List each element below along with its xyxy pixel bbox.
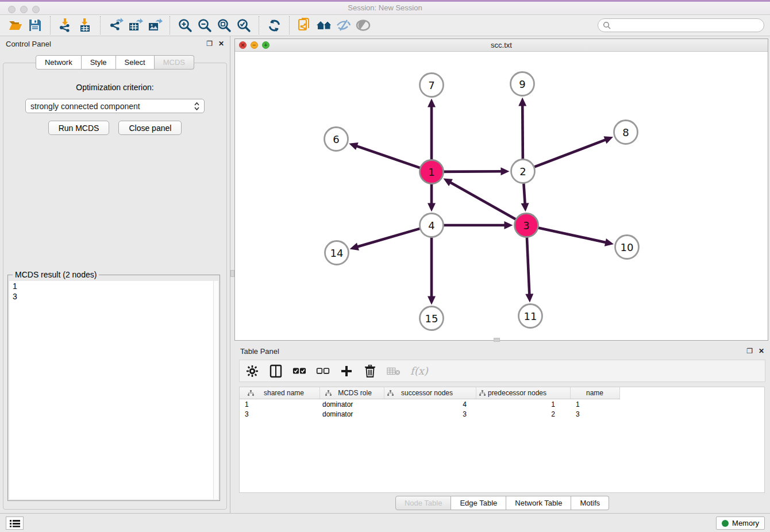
column-header-successor-nodes[interactable]: successor nodes: [384, 387, 476, 399]
graph-edge-2-8[interactable]: [532, 140, 606, 168]
network-maximize-button[interactable]: +: [262, 41, 270, 49]
maximize-window-button[interactable]: [32, 6, 40, 13]
horizontal-splitter-handle[interactable]: [494, 338, 500, 342]
tab-mcds[interactable]: MCDS: [155, 55, 194, 70]
result-scrollbar[interactable]: [213, 281, 218, 499]
graph-edge-4-14[interactable]: [357, 228, 422, 247]
vertical-splitter-handle[interactable]: [230, 270, 234, 277]
export-table-icon[interactable]: [125, 17, 145, 34]
cell-mcds-role[interactable]: dominator: [320, 410, 384, 418]
graph-edge-arrowhead: [500, 167, 509, 175]
cell-name[interactable]: 3: [571, 410, 620, 418]
float-table-panel-icon[interactable]: ❐: [746, 347, 753, 355]
zoom-fit-icon[interactable]: [214, 17, 234, 34]
hide-selected-icon[interactable]: [334, 17, 353, 34]
minimize-window-button[interactable]: [20, 6, 28, 13]
tab-select[interactable]: Select: [116, 55, 155, 70]
close-panel-icon[interactable]: ✕: [218, 40, 224, 48]
column-header-mcds-role[interactable]: MCDS role: [320, 387, 384, 399]
graph-edge-3-10[interactable]: [536, 228, 606, 243]
zoom-in-icon[interactable]: [175, 17, 195, 34]
close-window-button[interactable]: [8, 6, 16, 13]
float-panel-icon[interactable]: ❐: [206, 40, 213, 48]
cell-predecessor-nodes[interactable]: 2: [476, 410, 571, 418]
graph-node-label: 8: [622, 126, 629, 138]
import-network-icon[interactable]: [56, 17, 75, 34]
open-file-icon[interactable]: [6, 17, 25, 34]
show-all-icon[interactable]: [353, 17, 373, 34]
graph-edge-3-1[interactable]: [450, 182, 518, 220]
table-row[interactable]: 1 dominator 4 1 1: [240, 399, 764, 409]
zoom-selected-icon[interactable]: [234, 17, 253, 34]
control-panel: Control Panel ❐ ✕ Network Style Select M…: [0, 36, 230, 513]
memory-button[interactable]: Memory: [716, 516, 765, 530]
column-header-predecessor-nodes[interactable]: predecessor nodes: [476, 387, 571, 399]
table-panel-header: Table Panel ❐ ✕: [234, 344, 770, 358]
criterion-select[interactable]: strongly connected component: [25, 99, 205, 113]
select-all-icon[interactable]: [292, 364, 306, 378]
network-canvas[interactable]: 7968124314101511: [235, 52, 768, 341]
graph-edge-1-2[interactable]: [441, 171, 502, 172]
graph-edge-3-11[interactable]: [527, 235, 530, 295]
tab-network-table[interactable]: Network Table: [506, 496, 571, 510]
run-mcds-button[interactable]: Run MCDS: [48, 121, 110, 135]
tab-network[interactable]: Network: [36, 55, 82, 70]
criterion-value: strongly connected component: [30, 102, 194, 111]
search-input[interactable]: [614, 21, 759, 30]
export-network-icon[interactable]: [106, 17, 125, 34]
table-panel-title: Table Panel: [240, 347, 279, 356]
settings-icon[interactable]: [245, 364, 259, 378]
function-builder-icon: f(x): [410, 365, 428, 377]
graph-edge-2-9[interactable]: [522, 105, 523, 161]
save-session-icon[interactable]: [25, 17, 45, 34]
cell-shared-name[interactable]: 3: [240, 410, 320, 418]
tab-style[interactable]: Style: [82, 55, 116, 70]
network-minimize-button[interactable]: −: [251, 41, 258, 49]
tab-node-table[interactable]: Node Table: [395, 496, 452, 510]
refresh-icon[interactable]: [264, 17, 284, 34]
result-item[interactable]: 3: [9, 291, 218, 302]
tab-edge-table[interactable]: Edge Table: [451, 496, 506, 510]
cell-predecessor-nodes[interactable]: 1: [476, 400, 571, 408]
cell-name[interactable]: 1: [571, 400, 620, 408]
graph-edge-1-6[interactable]: [356, 146, 422, 168]
optimization-criterion-label: Optimization criterion:: [3, 83, 226, 92]
control-panel-tabs: Network Style Select MCDS: [0, 55, 230, 70]
mcds-panel: Optimization criterion: strongly connect…: [3, 63, 227, 510]
delete-column-icon[interactable]: [363, 364, 377, 378]
column-header-shared-name[interactable]: shared name: [240, 387, 320, 399]
task-history-button[interactable]: [6, 516, 24, 530]
import-table-icon[interactable]: [75, 17, 95, 34]
network-canvas-area[interactable]: 7968124314101511: [235, 52, 768, 340]
window-controls[interactable]: [8, 6, 40, 13]
zoom-out-icon[interactable]: [195, 17, 214, 34]
cell-mcds-role[interactable]: dominator: [320, 400, 384, 408]
table-tabs: Node Table Edge Table Network Table Moti…: [234, 496, 770, 510]
cell-successor-nodes[interactable]: 4: [384, 400, 476, 408]
result-item[interactable]: 1: [9, 281, 218, 291]
close-panel-button[interactable]: Close panel: [118, 121, 182, 135]
node-table[interactable]: shared name MCDS role successor nodes pr…: [239, 387, 765, 493]
cell-shared-name[interactable]: 1: [240, 400, 320, 408]
show-columns-icon[interactable]: [269, 364, 283, 378]
first-neighbors-icon[interactable]: [314, 17, 334, 34]
search-box[interactable]: [598, 18, 764, 32]
network-window-titlebar[interactable]: ✕ − + scc.txt: [235, 39, 768, 52]
cell-successor-nodes[interactable]: 3: [384, 410, 476, 418]
clone-network-icon[interactable]: [295, 17, 314, 34]
network-close-button[interactable]: ✕: [239, 41, 247, 49]
close-table-panel-icon[interactable]: ✕: [759, 347, 764, 355]
graph-node-label: 1: [428, 166, 434, 178]
graph-edge-2-3[interactable]: [523, 181, 525, 204]
column-header-name[interactable]: name: [571, 387, 620, 399]
mcds-result-list[interactable]: 1 3: [9, 281, 218, 499]
app-titlebar: Session: New Session: [0, 0, 770, 15]
column-type-icon: [387, 390, 394, 396]
table-row[interactable]: 3 dominator 3 2 3: [240, 409, 764, 419]
tab-motifs[interactable]: Motifs: [571, 496, 609, 510]
deselect-all-icon[interactable]: [316, 364, 330, 378]
graph-edge-arrowhead: [521, 203, 529, 211]
export-image-icon[interactable]: [145, 17, 164, 34]
add-column-icon[interactable]: [340, 364, 353, 378]
status-bar: Memory: [0, 513, 770, 532]
